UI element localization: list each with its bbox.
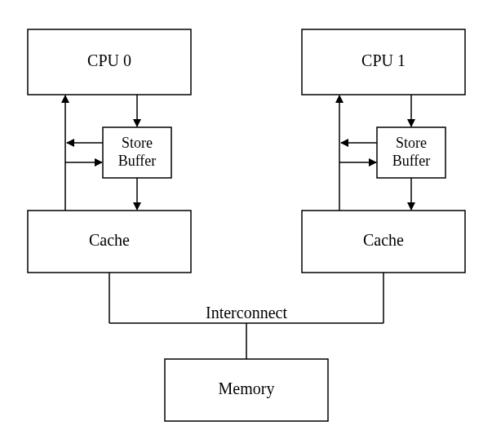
store-buffer1-label-b: Buffer — [392, 153, 431, 169]
store-buffer0-label-a: Store — [122, 135, 153, 151]
cache0-label: Cache — [89, 231, 130, 249]
store-buffer1-label-a: Store — [396, 135, 427, 151]
store-buffer0-label-b: Buffer — [118, 153, 157, 169]
cache1-label: Cache — [363, 231, 404, 249]
memory-label: Memory — [219, 379, 275, 398]
cpu0-label: CPU 0 — [87, 51, 131, 69]
cpu1-label: CPU 1 — [361, 51, 406, 69]
interconnect-label: Interconnect — [206, 304, 287, 322]
